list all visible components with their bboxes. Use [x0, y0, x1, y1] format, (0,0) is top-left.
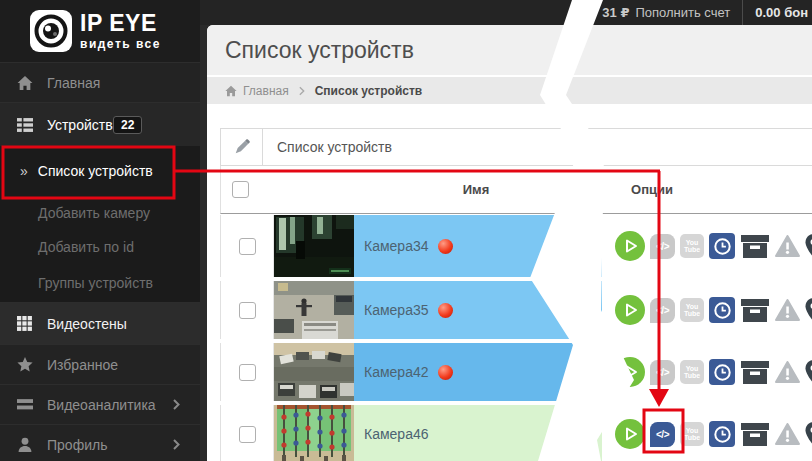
camera-name-cell: Камера46 [354, 405, 602, 461]
brand-name: IP EYE [80, 12, 161, 35]
camera-options: </> YouTube [602, 281, 812, 339]
warning-icon[interactable] [775, 423, 800, 445]
sidebar-item-label: Профиль [47, 437, 107, 453]
youtube-icon[interactable]: YouTube [680, 234, 704, 258]
sidebar-item-label: Список устройств [38, 163, 153, 179]
logo[interactable]: IP EYE видеть все [0, 0, 200, 62]
breadcrumb-separator-icon [299, 86, 305, 96]
chevron-right-icon [173, 399, 180, 410]
archive-icon[interactable] [740, 297, 770, 324]
table-row: Камера46 </> YouTube [220, 405, 812, 461]
sidebar-item-label: Устройства [47, 117, 120, 133]
select-all-checkbox[interactable] [232, 181, 249, 198]
sidebar-item-video-analytics[interactable]: Видеоаналитика [0, 384, 200, 424]
row-checkbox[interactable] [239, 364, 256, 381]
page-title-band: Список устройств [207, 25, 812, 75]
play-icon[interactable] [615, 231, 645, 261]
camera-thumbnail[interactable] [274, 215, 354, 277]
sidebar-item-add-by-id[interactable]: Добавить по id [0, 230, 200, 264]
camera-name-cell: Камера42 [354, 343, 602, 401]
clock-icon[interactable] [709, 233, 735, 259]
chevron-right-icon [173, 439, 180, 450]
play-icon[interactable] [615, 357, 645, 387]
page-title: Список устройств [225, 37, 414, 64]
youtube-icon[interactable]: YouTube [680, 422, 704, 446]
warning-icon[interactable] [775, 361, 800, 383]
sidebar-item-home[interactable]: Главная [0, 62, 200, 102]
topup-link[interactable]: Пополнить счет [635, 5, 730, 20]
warning-icon[interactable] [775, 299, 800, 321]
archive-icon[interactable] [740, 421, 770, 448]
recording-dot [438, 239, 453, 254]
devices-submenu: » Список устройств Добавить камеру Добав… [0, 146, 200, 302]
breadcrumb-home-link[interactable]: Главная [243, 84, 289, 98]
sidebar-item-favorites[interactable]: Избранное [0, 344, 200, 384]
analytics-icon [17, 397, 33, 413]
breadcrumb-current: Список устройств [315, 84, 423, 98]
bonus-balance: 0.00 бон [755, 5, 808, 20]
pencil-icon [233, 138, 251, 156]
sidebar-item-add-camera[interactable]: Добавить камеру [0, 196, 200, 230]
sidebar-item-devices[interactable]: Устройства 22 [0, 102, 200, 146]
sidebar-item-device-list[interactable]: » Список устройств [0, 146, 200, 196]
topbar-account-area: 31 ₽ Пополнить счет 0.00 бон [602, 0, 812, 25]
table-header: Имя Опции [220, 166, 812, 214]
ipeye-app: 31 ₽ Пополнить счет 0.00 бон IP EYE виде… [0, 0, 812, 461]
location-icon[interactable] [805, 234, 812, 258]
embed-code-icon[interactable]: </> [650, 234, 675, 259]
column-header-options: Опции [614, 182, 690, 197]
youtube-icon[interactable]: YouTube [680, 360, 704, 384]
row-checkbox[interactable] [239, 426, 256, 443]
sidebar-item-label: Избранное [47, 357, 118, 373]
camera-thumbnail[interactable] [274, 343, 354, 401]
breadcrumb-home-icon [225, 85, 237, 97]
clock-icon[interactable] [709, 359, 735, 385]
row-checkbox[interactable] [239, 238, 256, 255]
archive-icon[interactable] [740, 359, 770, 386]
camera-name: Камера46 [364, 426, 429, 442]
row-checkbox[interactable] [239, 302, 256, 319]
devices-icon [17, 117, 33, 133]
sidebar-item-label: Добавить камеру [38, 205, 150, 221]
play-icon[interactable] [615, 295, 645, 325]
sidebar: IP EYE видеть все Главная Устройства 22 … [0, 0, 200, 461]
topbar-divider [742, 0, 743, 25]
location-icon[interactable] [805, 360, 812, 384]
panel-header-title: Список устройств [277, 139, 392, 155]
sidebar-item-label: Видеоаналитика [47, 397, 156, 413]
sidebar-item-label: Группы устройств [38, 275, 153, 291]
embed-code-icon[interactable]: </> [650, 422, 675, 447]
embed-code-icon[interactable]: </> [650, 360, 675, 385]
camera-name: Камера35 [364, 302, 429, 318]
sidebar-item-profile[interactable]: Профиль [0, 424, 200, 461]
camera-thumbnail[interactable] [274, 405, 354, 461]
balance-amount: 31 ₽ [602, 5, 629, 20]
archive-icon[interactable] [740, 233, 770, 260]
camera-name-cell: Камера34 [354, 215, 602, 277]
sidebar-item-label: Добавить по id [38, 239, 134, 255]
camera-options: </> YouTube [602, 343, 812, 401]
double-arrow-icon: » [20, 163, 28, 179]
location-icon[interactable] [805, 298, 812, 322]
recording-dot [438, 365, 453, 380]
youtube-icon[interactable]: YouTube [680, 298, 704, 322]
clock-icon[interactable] [709, 297, 735, 323]
sidebar-item-device-groups[interactable]: Группы устройств [0, 264, 200, 302]
edit-button[interactable] [221, 129, 263, 165]
sidebar-item-videowalls[interactable]: Видеостены [0, 302, 200, 344]
camera-name: Камера34 [364, 238, 429, 254]
camera-thumbnail[interactable] [274, 281, 354, 339]
embed-code-icon[interactable]: </> [650, 298, 675, 323]
home-icon [17, 75, 33, 91]
eye-logo-icon [30, 10, 72, 52]
table-row: Камера42 </> YouTube [220, 343, 812, 401]
column-header-name: Имя [401, 182, 551, 197]
videowalls-icon [17, 316, 33, 332]
brand-tagline: видеть все [80, 37, 161, 51]
warning-icon[interactable] [775, 235, 800, 257]
devices-count-badge: 22 [113, 116, 142, 134]
camera-options: </> YouTube [602, 405, 812, 461]
location-icon[interactable] [805, 422, 812, 446]
play-icon[interactable] [615, 419, 645, 449]
clock-icon[interactable] [709, 421, 735, 447]
